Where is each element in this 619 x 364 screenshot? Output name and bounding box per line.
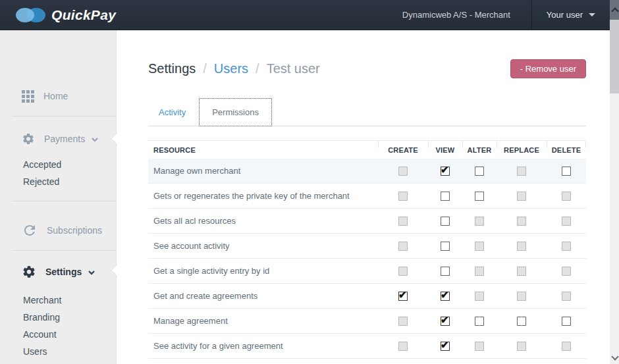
checkbox-alter [475,342,484,351]
checkbox-replace[interactable] [517,317,526,326]
remove-user-button[interactable]: - Remove user [510,59,586,78]
permission-cell-create [378,342,428,351]
scroll-down-button[interactable] [610,352,619,364]
checkbox-delete[interactable] [562,167,571,176]
checkbox-create [398,167,408,176]
checkbox-view[interactable] [441,242,450,251]
sidebar-item-account[interactable]: Account [0,326,116,343]
checkbox-view[interactable] [441,217,450,226]
checkbox-delete[interactable] [562,317,571,326]
tab-permissions[interactable]: Permissions [199,98,272,126]
checkbox-replace [517,217,526,226]
checkbox-alter [475,267,484,276]
checkbox-alter[interactable] [475,317,484,326]
chevron-down-icon [88,269,95,276]
permission-cell-replace [497,342,547,351]
breadcrumb-users[interactable]: Users [214,61,248,76]
sidebar-item-settings[interactable]: Settings [0,260,116,284]
sidebar-item-label: Branding [23,312,60,323]
tabs: Activity Permissions [148,99,586,126]
permission-cell-alter [462,292,497,301]
sidebar-item-label: Account [23,329,57,340]
breadcrumb-settings[interactable]: Settings [148,61,196,76]
resource-label: Get and create agreements [148,291,378,301]
permissions-table: RESOURCE CREATE VIEW ALTER REPLACE DELET… [148,140,586,359]
permission-cell-view [428,167,462,176]
table-header: RESOURCE CREATE VIEW ALTER REPLACE DELET… [148,141,586,159]
checkbox-view[interactable] [441,267,450,276]
permission-cell-delete [547,192,586,201]
breadcrumb: Settings / Users / Test user [148,61,320,76]
checkbox-view[interactable] [441,342,450,351]
permission-cell-replace [497,217,547,226]
sidebar-item-label: Merchant [23,295,61,305]
scrollbar-thumb[interactable] [610,20,619,93]
quickpay-logo-icon [16,7,46,23]
checkbox-alter [475,242,484,251]
resource-label: See account activity [148,241,378,251]
sidebar-item-branding[interactable]: Branding [0,309,116,326]
resource-label: Get a single activity entry by id [148,266,378,276]
sidebar-item-accepted[interactable]: Accepted [0,156,116,173]
checkbox-replace [517,242,526,251]
column-header-replace: REPLACE [497,141,547,159]
permission-cell-view [428,317,462,326]
checkbox-delete [562,342,571,351]
sidebar-divider [12,250,116,251]
caret-down-icon [589,13,595,16]
checkbox-create [398,342,408,351]
checkbox-replace [517,292,526,301]
permission-cell-alter [462,217,497,226]
sidebar-item-users[interactable]: Users [0,343,116,360]
column-header-view: VIEW [428,141,462,159]
sidebar-item-subscriptions[interactable]: Subscriptions [0,217,116,244]
permission-cell-alter [462,192,497,201]
resource-label: Gets all acl resources [148,216,378,226]
checkbox-delete [562,267,571,276]
checkbox-view[interactable] [441,167,450,176]
user-menu[interactable]: Your user [532,0,610,30]
checkbox-create[interactable] [398,292,408,301]
permission-cell-replace [497,167,547,176]
permission-cell-create [378,267,428,276]
column-header-delete: DELETE [547,141,586,159]
brand-logo[interactable]: QuickPay [16,7,116,23]
checkbox-create [398,217,408,226]
checkbox-alter [475,217,484,226]
permission-cell-replace [497,267,547,276]
checkbox-create [398,317,408,326]
permission-row: Gets all acl resources [148,209,586,234]
permission-row: Get and create agreements [148,284,586,309]
scroll-up-button[interactable] [610,0,619,20]
table-body: Manage own merchantGets or regenerates t… [148,159,586,359]
permission-cell-delete [547,292,586,301]
permission-row: See account activity [148,234,586,259]
checkbox-create [398,192,408,201]
checkbox-alter[interactable] [475,167,484,176]
sidebar-item-payments[interactable]: Payments [0,127,116,151]
permission-cell-create [378,292,428,301]
resource-label: Gets or regenerates the private key of t… [148,191,378,201]
permission-cell-view [428,242,462,251]
tab-activity[interactable]: Activity [148,99,196,126]
permission-cell-delete [547,242,586,251]
sidebar-item-acquirers[interactable]: Acquirers [0,360,116,364]
permission-row: Gets or regenerates the private key of t… [148,184,586,209]
vertical-scrollbar[interactable] [610,0,619,364]
permission-cell-create [378,242,428,251]
checkbox-delete [562,242,571,251]
checkbox-replace [517,167,526,176]
sidebar-item-label: Rejected [23,176,59,187]
chevron-down-icon [91,136,99,143]
sidebar-item-merchant[interactable]: Merchant [0,292,116,309]
gear-icon [22,265,36,279]
permission-row: Manage own merchant [148,159,586,184]
checkbox-view[interactable] [441,317,450,326]
permission-cell-delete [547,167,586,176]
checkbox-alter[interactable] [475,192,484,201]
checkbox-view[interactable] [441,292,450,301]
sidebar-item-home[interactable]: Home [0,84,116,108]
refresh-icon [22,222,38,238]
checkbox-view[interactable] [441,192,450,201]
sidebar-item-rejected[interactable]: Rejected [0,173,116,190]
